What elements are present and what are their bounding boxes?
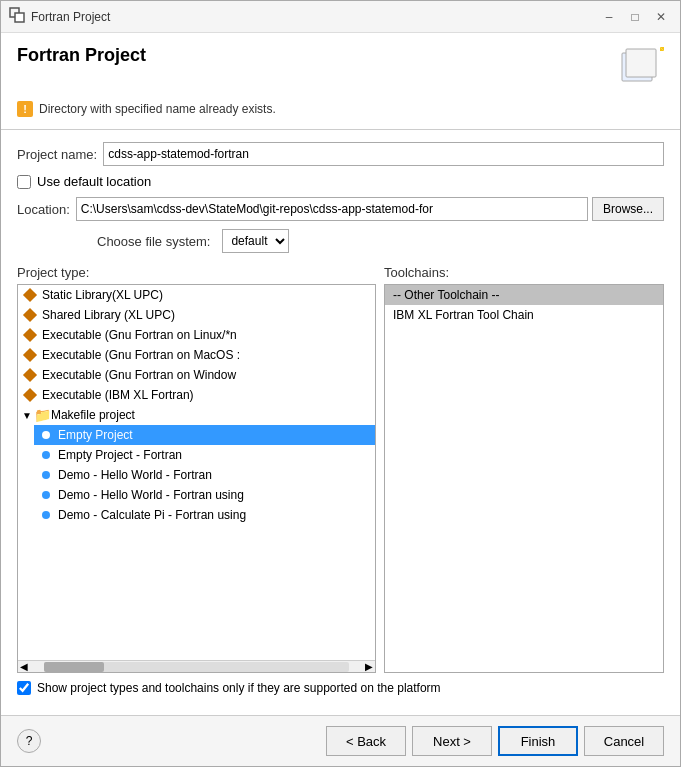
tree-item-label: Executable (Gnu Fortran on Linux/*n — [42, 328, 237, 342]
dot-icon — [38, 467, 54, 483]
h-scrollbar[interactable] — [44, 662, 349, 672]
bottom-checkbox-row: Show project types and toolchains only i… — [17, 681, 664, 695]
diamond-icon — [22, 347, 38, 363]
title-bar: Fortran Project – □ ✕ — [1, 1, 680, 33]
diamond-icon — [22, 367, 38, 383]
project-name-input[interactable] — [103, 142, 664, 166]
h-scrollbar-area[interactable]: ◀ ▶ — [18, 660, 375, 672]
toolchains-label: Toolchains: — [384, 265, 664, 280]
project-name-row: Project name: — [17, 142, 664, 166]
diamond-icon — [22, 287, 38, 303]
tree-item-empty-project[interactable]: Empty Project — [34, 425, 375, 445]
makefile-children: Empty Project Empty Project - Fortran De… — [18, 425, 375, 525]
next-button[interactable]: Next > — [412, 726, 492, 756]
use-default-row: Use default location — [17, 174, 664, 189]
maximize-button[interactable]: □ — [624, 6, 646, 28]
use-default-checkbox[interactable] — [17, 175, 31, 189]
makefile-group-header[interactable]: ▼ 📁 Makefile project — [18, 405, 375, 425]
tree-item-empty-project-fortran[interactable]: Empty Project - Fortran — [34, 445, 375, 465]
main-window: Fortran Project – □ ✕ Fortran Project — [0, 0, 681, 767]
makefile-group: ▼ 📁 Makefile project Empty Project — [18, 405, 375, 525]
page-title-block: Fortran Project — [17, 45, 146, 66]
warning-bar: ! Directory with specified name already … — [17, 101, 664, 117]
dot-icon — [38, 427, 54, 443]
filesystem-select[interactable]: default — [222, 229, 289, 253]
warning-text: Directory with specified name already ex… — [39, 102, 276, 116]
chevron-down-icon: ▼ — [22, 410, 32, 421]
page-header-icon — [616, 45, 664, 93]
tree-item-label: Executable (Gnu Fortran on Window — [42, 368, 236, 382]
toolchain-item-other[interactable]: -- Other Toolchain -- — [385, 285, 663, 305]
tree-item-demo-hello[interactable]: Demo - Hello World - Fortran — [34, 465, 375, 485]
folder-icon: 📁 — [34, 407, 51, 423]
scroll-left-arrow[interactable]: ◀ — [18, 661, 30, 672]
tree-item-label: Empty Project - Fortran — [58, 448, 182, 462]
tree-item-exec-gnu-linux[interactable]: Executable (Gnu Fortran on Linux/*n — [18, 325, 375, 345]
tree-item-exec-ibm[interactable]: Executable (IBM XL Fortran) — [18, 385, 375, 405]
project-type-tree[interactable]: Static Library(XL UPC) Shared Library (X… — [17, 284, 376, 673]
tree-item-label: Empty Project — [58, 428, 133, 442]
minimize-button[interactable]: – — [598, 6, 620, 28]
svg-rect-1 — [15, 13, 24, 22]
dot-icon — [38, 447, 54, 463]
tree-item-static-lib[interactable]: Static Library(XL UPC) — [18, 285, 375, 305]
cancel-button[interactable]: Cancel — [584, 726, 664, 756]
finish-button[interactable]: Finish — [498, 726, 578, 756]
tree-item-label: Static Library(XL UPC) — [42, 288, 163, 302]
close-button[interactable]: ✕ — [650, 6, 672, 28]
supported-platform-label: Show project types and toolchains only i… — [37, 681, 441, 695]
tree-item-label: Executable (IBM XL Fortran) — [42, 388, 194, 402]
tree-item-label: Demo - Hello World - Fortran — [58, 468, 212, 482]
use-default-label: Use default location — [37, 174, 151, 189]
tree-item-label: Demo - Hello World - Fortran using — [58, 488, 244, 502]
warning-icon: ! — [17, 101, 33, 117]
h-scroll-thumb[interactable] — [44, 662, 104, 672]
tree-item-exec-gnu-win[interactable]: Executable (Gnu Fortran on Window — [18, 365, 375, 385]
toolchain-item-ibm[interactable]: IBM XL Fortran Tool Chain — [385, 305, 663, 325]
diamond-icon — [22, 327, 38, 343]
tree-item-demo-pi[interactable]: Demo - Calculate Pi - Fortran using — [34, 505, 375, 525]
toolchain-label: IBM XL Fortran Tool Chain — [393, 308, 534, 322]
makefile-group-label: Makefile project — [51, 408, 135, 422]
page-title: Fortran Project — [17, 45, 146, 66]
browse-button[interactable]: Browse... — [592, 197, 664, 221]
project-type-scroll[interactable]: Static Library(XL UPC) Shared Library (X… — [18, 285, 375, 660]
diamond-icon — [22, 387, 38, 403]
project-type-panel: Project type: Static Library(XL UPC) Sha… — [17, 265, 376, 673]
tree-item-label: Shared Library (XL UPC) — [42, 308, 175, 322]
back-button[interactable]: < Back — [326, 726, 406, 756]
tree-item-label: Demo - Calculate Pi - Fortran using — [58, 508, 246, 522]
scroll-right-arrow[interactable]: ▶ — [363, 661, 375, 672]
location-label: Location: — [17, 202, 70, 217]
filesystem-row: Choose file system: default — [17, 229, 664, 253]
dot-icon — [38, 487, 54, 503]
page-header: Fortran Project — [17, 45, 664, 93]
main-content: Fortran Project ! Directory with specifi… — [1, 33, 680, 715]
project-name-label: Project name: — [17, 147, 97, 162]
tree-item-exec-gnu-macos[interactable]: Executable (Gnu Fortran on MacOS : — [18, 345, 375, 365]
diamond-icon — [22, 307, 38, 323]
title-bar-title: Fortran Project — [31, 10, 110, 24]
tree-item-label: Executable (Gnu Fortran on MacOS : — [42, 348, 240, 362]
footer-buttons: < Back Next > Finish Cancel — [326, 726, 664, 756]
location-row: Location: Browse... — [17, 197, 664, 221]
divider-top — [1, 129, 680, 130]
window-icon — [9, 7, 25, 26]
project-type-label: Project type: — [17, 265, 376, 280]
toolchains-panel: Toolchains: -- Other Toolchain -- IBM XL… — [384, 265, 664, 673]
svg-rect-3 — [626, 49, 656, 77]
footer-left: ? — [17, 729, 41, 753]
footer: ? < Back Next > Finish Cancel — [1, 715, 680, 766]
supported-platform-checkbox[interactable] — [17, 681, 31, 695]
dot-icon — [38, 507, 54, 523]
two-panel: Project type: Static Library(XL UPC) Sha… — [17, 265, 664, 673]
toolchain-label: -- Other Toolchain -- — [393, 288, 499, 302]
location-input[interactable] — [76, 197, 588, 221]
help-button[interactable]: ? — [17, 729, 41, 753]
title-bar-left: Fortran Project — [9, 7, 110, 26]
tree-item-demo-hello-using[interactable]: Demo - Hello World - Fortran using — [34, 485, 375, 505]
title-bar-controls: – □ ✕ — [598, 6, 672, 28]
toolchains-list[interactable]: -- Other Toolchain -- IBM XL Fortran Too… — [384, 284, 664, 673]
tree-item-shared-lib[interactable]: Shared Library (XL UPC) — [18, 305, 375, 325]
filesystem-label: Choose file system: — [97, 234, 210, 249]
